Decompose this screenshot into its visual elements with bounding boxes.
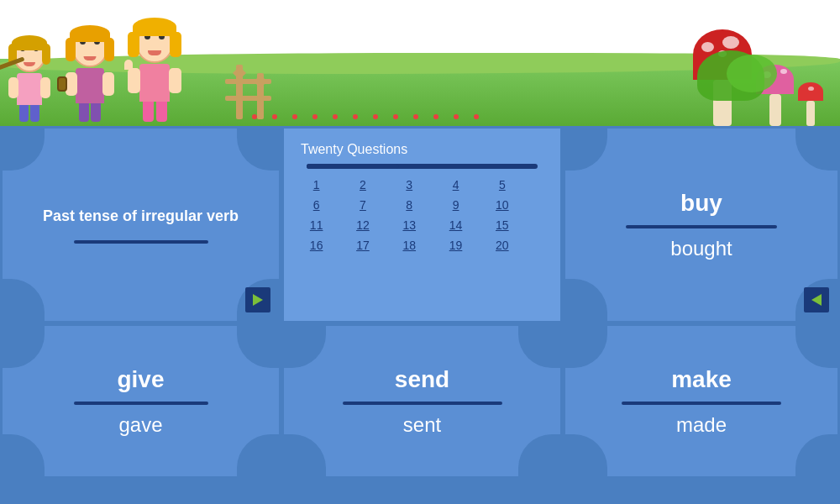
tq-number-5[interactable]: 5 — [480, 176, 524, 194]
tq-number-9[interactable]: 9 — [433, 196, 478, 214]
corner-tab-tr — [795, 326, 837, 368]
prev-arrow-icon — [811, 294, 822, 306]
corner-tab-tl — [3, 129, 45, 171]
verb-past-gave: gave — [118, 413, 162, 437]
main-content: Past tense of irregular verb Twenty Ques… — [0, 126, 840, 504]
tq-number-20[interactable]: 20 — [480, 236, 524, 255]
tq-number-17[interactable]: 17 — [340, 236, 385, 255]
title-divider — [74, 240, 208, 244]
corner-tab-bl — [284, 434, 326, 476]
prev-button[interactable] — [804, 287, 829, 312]
tq-number-2[interactable]: 2 — [340, 176, 385, 194]
tq-number-16[interactable]: 16 — [294, 236, 339, 255]
corner-tab-br — [237, 434, 279, 476]
tq-number-18[interactable]: 18 — [387, 236, 432, 255]
corner-tab-bl — [565, 434, 607, 476]
corner-tab-bl — [565, 279, 607, 321]
tq-number-15[interactable]: 15 — [480, 216, 524, 234]
verb-card-give: give gave — [0, 323, 281, 479]
header-banner — [0, 0, 840, 126]
verb-line-buy — [626, 225, 777, 228]
corner-tab-tr — [237, 326, 279, 368]
twenty-questions-panel: Twenty Questions 12345678910111213141516… — [281, 126, 563, 323]
corner-tab-tl — [284, 326, 326, 368]
tq-number-11[interactable]: 11 — [294, 216, 339, 234]
verb-card-send: send sent — [281, 323, 563, 479]
tq-number-1[interactable]: 1 — [294, 176, 339, 194]
corner-tab-br — [518, 434, 560, 476]
tq-number-7[interactable]: 7 — [340, 196, 385, 214]
title-card: Past tense of irregular verb — [0, 126, 281, 323]
verb-past-made: made — [676, 413, 727, 437]
title-text: Past tense of irregular verb — [26, 199, 255, 234]
verb-past-sent: sent — [403, 413, 441, 437]
verb-line-send — [343, 402, 502, 405]
verb-present-give: give — [117, 366, 164, 393]
tq-progress-fill — [307, 164, 399, 169]
corner-tab-bl — [3, 279, 45, 321]
tq-number-grid: 1234567891011121314151617181920 — [294, 176, 525, 255]
verb-card-buy: buy bought — [563, 126, 840, 323]
corner-tab-tr — [518, 326, 560, 368]
tq-number-19[interactable]: 19 — [433, 236, 478, 255]
next-button[interactable] — [245, 287, 270, 312]
corner-tab-tr — [795, 129, 837, 171]
corner-tab-br — [795, 434, 837, 476]
corner-tab-tl — [565, 326, 607, 368]
verb-past-bought: bought — [670, 237, 732, 260]
tq-number-8[interactable]: 8 — [387, 196, 432, 214]
verb-card-make: make made — [563, 323, 840, 479]
verb-line-make — [622, 402, 781, 405]
tq-number-12[interactable]: 12 — [340, 216, 385, 234]
tq-number-6[interactable]: 6 — [294, 196, 339, 214]
tq-progress-bar — [307, 164, 538, 169]
tq-number-3[interactable]: 3 — [387, 176, 432, 194]
next-arrow-icon — [253, 294, 263, 306]
tq-number-13[interactable]: 13 — [387, 216, 432, 234]
corner-tab-tl — [3, 326, 45, 368]
tq-number-10[interactable]: 10 — [480, 196, 524, 214]
tq-title: Twenty Questions — [294, 139, 550, 160]
verb-present-make: make — [671, 366, 732, 393]
verb-line-give — [74, 402, 208, 405]
tq-number-14[interactable]: 14 — [433, 216, 478, 234]
corner-tab-bl — [3, 434, 45, 476]
verb-present-send: send — [395, 366, 449, 393]
verb-present-buy: buy — [680, 190, 722, 217]
corner-tab-tl — [565, 129, 607, 171]
tq-number-4[interactable]: 4 — [433, 176, 478, 194]
corner-tab-tr — [237, 129, 279, 171]
